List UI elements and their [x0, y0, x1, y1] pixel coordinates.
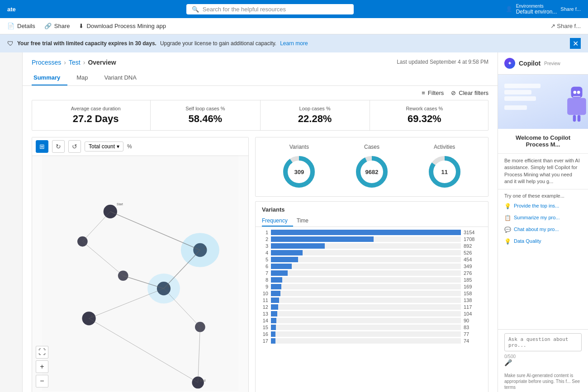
- donut-activities-label: Activities: [434, 144, 455, 150]
- download-icon: ⬇: [79, 23, 84, 29]
- page-header: Processes › Test › Overview Last updated…: [23, 52, 498, 66]
- map-canvas[interactable]: Start A B C D End ⛶ + −: [32, 156, 248, 391]
- svg-rect-38: [573, 96, 581, 98]
- svg-rect-0: [42, 156, 239, 391]
- variant-num: 2: [262, 236, 268, 242]
- copilot-example-4[interactable]: 💡 Data Quality: [498, 236, 588, 247]
- variant-count: 138: [464, 298, 482, 303]
- copilot-example-4-text: Data Quality: [514, 238, 541, 244]
- bulb-icon-2: 💡: [504, 238, 511, 245]
- person-icon: 👤: [506, 6, 512, 12]
- variant-count: 74: [464, 338, 482, 344]
- bottom-section: ⊞ ↻ ↺ Total count ▾ %: [23, 137, 498, 392]
- copilot-example-2-text: Summarize my pro...: [514, 215, 560, 220]
- variant-num: 4: [262, 250, 268, 255]
- variant-bar-container: [271, 284, 461, 289]
- variant-bar: [271, 304, 278, 310]
- filter-icon: ≡: [422, 90, 425, 96]
- donut-row: Variants 309 Cases: [263, 144, 481, 190]
- share-button[interactable]: 🔗 Share: [44, 23, 70, 29]
- share-icon: 🔗: [44, 23, 52, 29]
- details-button[interactable]: 📄 Details: [7, 23, 35, 29]
- variant-bar-container: [271, 277, 461, 283]
- copilot-robot-illustration: [561, 79, 588, 124]
- variant-num: 7: [262, 270, 268, 276]
- copilot-icon: ✦: [504, 58, 515, 69]
- variant-num: 3: [262, 243, 268, 249]
- variant-bar: [271, 250, 303, 255]
- breadcrumb-test[interactable]: Test: [69, 59, 81, 66]
- trial-banner: 🛡 Your free trial with limited capacity …: [0, 34, 588, 52]
- variant-row: 13 104: [262, 311, 482, 316]
- variant-bar-container: [271, 338, 461, 344]
- zoom-in-button[interactable]: +: [36, 360, 48, 373]
- donut-cases: Cases 9682: [354, 144, 390, 190]
- copilot-panel: ✦ Copilot Preview Welcome to Copilo: [498, 52, 588, 392]
- donut-variants-label: Variants: [289, 144, 309, 150]
- copilot-example-2[interactable]: 📋 Summarize my pro...: [498, 212, 588, 224]
- map-icon-btn-1[interactable]: ⊞: [36, 140, 48, 153]
- search-placeholder: Search for the helpful resources: [203, 6, 286, 13]
- variant-row: 8 185: [262, 277, 482, 283]
- share-right-label[interactable]: Share f...: [560, 6, 581, 12]
- map-bottom-controls: ⛶ + −: [36, 346, 48, 387]
- trial-close-button[interactable]: ✕: [570, 38, 581, 49]
- map-icon-btn-2[interactable]: ↻: [52, 140, 65, 153]
- variant-num: 12: [262, 304, 268, 310]
- variant-row: 11 138: [262, 298, 482, 303]
- tab-map[interactable]: Map: [75, 71, 95, 85]
- map-dropdown[interactable]: Total count ▾: [85, 142, 123, 151]
- clear-filters-button[interactable]: ⊘ Clear filters: [451, 90, 488, 96]
- copilot-description: Be more efficient than ever with AI assi…: [498, 154, 588, 189]
- copilot-welcome: Welcome to Copilot Process M...: [498, 129, 588, 154]
- svg-text:C: C: [91, 315, 93, 318]
- copilot-input[interactable]: [504, 333, 582, 351]
- doc-icon: 📋: [504, 215, 511, 221]
- copilot-example-1[interactable]: 💡 Provide the top ins...: [498, 200, 588, 212]
- breadcrumb-sep-2: ›: [83, 59, 85, 66]
- learn-more-link[interactable]: Learn more: [280, 40, 308, 47]
- process-map: ⊞ ↻ ↺ Total count ▾ %: [32, 137, 249, 392]
- copilot-card-4: [504, 105, 527, 110]
- env-name: Default environ...: [516, 9, 557, 15]
- donut-activities-value: 11: [441, 169, 447, 175]
- breadcrumb-sep-1: ›: [64, 59, 66, 66]
- copilot-example-3[interactable]: 💬 Chat about my pro...: [498, 224, 588, 236]
- main-layout: Processes › Test › Overview Last updated…: [0, 52, 588, 392]
- breadcrumb-processes[interactable]: Processes: [32, 59, 61, 66]
- donut-variants-value: 309: [294, 169, 304, 175]
- zoom-out-button[interactable]: −: [36, 375, 48, 387]
- breadcrumb: Processes › Test › Overview: [32, 59, 116, 66]
- microphone-icon[interactable]: 🎤: [504, 359, 512, 366]
- variant-bar-container: [271, 325, 461, 330]
- tab-variant-dna[interactable]: Variant DNA: [103, 71, 144, 85]
- variant-bar-container: [271, 291, 461, 296]
- copilot-disclaimer: Make sure AI-generated content is approp…: [498, 370, 588, 392]
- variant-row: 17 74: [262, 338, 482, 344]
- copilot-examples-title: Try one of these example...: [498, 189, 588, 200]
- variant-row: 2 1708: [262, 236, 482, 242]
- breadcrumb-current: Overview: [88, 59, 116, 66]
- top-nav-right: 👤 Environments Default environ... Share …: [506, 4, 581, 15]
- download-button[interactable]: ⬇ Download Process Mining app: [79, 23, 166, 29]
- variant-count: 454: [464, 257, 482, 262]
- variant-bar-container: [271, 298, 461, 303]
- variant-bar-container: [271, 250, 461, 255]
- filters-button[interactable]: ≡ Filters: [422, 90, 444, 96]
- tab-summary[interactable]: Summary: [32, 71, 67, 85]
- variants-tab-frequency[interactable]: Frequency: [262, 216, 293, 227]
- variant-row: 14 90: [262, 318, 482, 323]
- svg-text:A: A: [204, 246, 207, 250]
- variants-tab-time[interactable]: Time: [297, 216, 314, 227]
- variant-bar: [271, 264, 292, 269]
- map-dropdown-label: Total count: [89, 143, 115, 150]
- variant-count: 90: [464, 318, 482, 323]
- donut-cases-chart: 9682: [354, 154, 390, 190]
- variant-bar: [271, 243, 325, 249]
- map-toolbar: ⊞ ↻ ↺ Total count ▾ %: [32, 137, 248, 156]
- search-bar[interactable]: 🔍 Search for the helpful resources: [186, 4, 354, 14]
- map-icon-btn-3[interactable]: ↺: [68, 140, 81, 153]
- toolbar-share-right[interactable]: ↗ Share f...: [550, 23, 581, 29]
- fullscreen-button[interactable]: ⛶: [36, 346, 48, 359]
- variant-bar: [271, 257, 298, 262]
